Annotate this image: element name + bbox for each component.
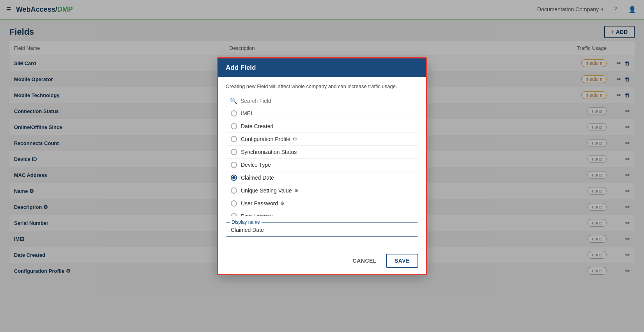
add-field-modal: Add Field Creating new Field will affect… (217, 57, 427, 275)
search-icon: 🔍 (230, 97, 237, 104)
list-item[interactable]: User Password⚙ (226, 197, 418, 210)
display-name-section: Display name (226, 223, 418, 237)
cancel-button[interactable]: CANCEL (347, 254, 383, 267)
list-item[interactable]: Ping Latency (226, 210, 418, 216)
radio-button (231, 123, 237, 129)
modal-footer: CANCEL SAVE (218, 249, 426, 274)
modal-overlay: Add Field Creating new Field will affect… (0, 0, 644, 279)
gear-icon: ⚙ (294, 188, 299, 193)
display-name-label: Display name (230, 219, 262, 225)
radio-button (231, 175, 237, 181)
search-input[interactable] (241, 98, 414, 104)
radio-button (231, 110, 237, 117)
list-item[interactable]: Unique Setting Value⚙ (226, 184, 418, 197)
modal-body: Creating new Field will affect whole com… (218, 77, 426, 249)
list-item[interactable]: Synchronization Status (226, 146, 418, 159)
search-box[interactable]: 🔍 (226, 95, 418, 107)
list-item[interactable]: Configuration Profile⚙ (226, 133, 418, 146)
gear-icon: ⚙ (280, 201, 285, 206)
display-name-input[interactable] (231, 227, 413, 233)
radio-button (231, 200, 237, 207)
field-list-label: Configuration Profile⚙ (241, 136, 297, 142)
radio-button (231, 187, 237, 194)
display-name-wrapper: Display name (226, 223, 418, 237)
field-list-label: Device Type (241, 162, 271, 168)
field-list-label: User Password⚙ (241, 200, 285, 207)
field-list-label: IMEI (241, 110, 252, 117)
field-list-label: Date Created (241, 123, 273, 129)
field-list-label: Claimed Date (241, 175, 274, 181)
modal-info-text: Creating new Field will affect whole com… (226, 83, 418, 89)
modal-title: Add Field (226, 64, 256, 71)
list-item[interactable]: IMEI (226, 107, 418, 120)
radio-button (231, 149, 237, 155)
save-button[interactable]: SAVE (386, 254, 418, 268)
modal-header: Add Field (218, 58, 426, 77)
list-item[interactable]: Claimed Date (226, 171, 418, 184)
field-list-label: Ping Latency (241, 213, 272, 216)
radio-button (231, 136, 237, 142)
list-item[interactable]: Device Type (226, 159, 418, 171)
field-list: IMEIDate CreatedConfiguration Profile⚙Sy… (226, 107, 418, 216)
field-list-label: Synchronization Status (241, 149, 297, 155)
radio-button (231, 213, 237, 216)
radio-button (231, 162, 237, 168)
field-list-label: Unique Setting Value⚙ (241, 187, 299, 194)
list-item[interactable]: Date Created (226, 120, 418, 133)
gear-icon: ⚙ (293, 136, 297, 142)
